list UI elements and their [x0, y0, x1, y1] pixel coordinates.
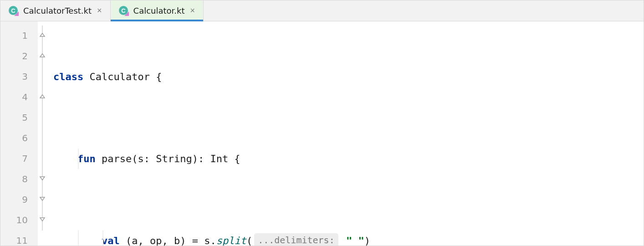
- line-number: 1: [0, 26, 28, 46]
- code-editor[interactable]: 1 2 3 4 5 6 7 8 9 10 11 class Calculator…: [0, 21, 644, 246]
- code-line: fun parse(s: String): Int {: [53, 149, 644, 169]
- close-icon[interactable]: ×: [189, 6, 196, 15]
- line-number: 6: [0, 128, 28, 149]
- fold-open-icon[interactable]: [39, 93, 46, 102]
- tab-calculatortest[interactable]: C CalculatorTest.kt ×: [0, 0, 111, 21]
- tab-label: CalculatorTest.kt: [23, 6, 92, 15]
- line-number: 10: [0, 210, 28, 231]
- line-number: 8: [0, 169, 28, 190]
- line-number: 9: [0, 190, 28, 210]
- kotlin-class-icon: C: [119, 6, 129, 16]
- code-line: class Calculator {: [53, 67, 644, 87]
- code-area[interactable]: class Calculator { fun parse(s: String):…: [53, 21, 644, 246]
- line-number: 2: [0, 46, 28, 67]
- fold-gutter: [38, 21, 53, 246]
- parameter-hint: ...delimiters:: [254, 233, 338, 246]
- tab-bar: C CalculatorTest.kt × C Calculator.kt ×: [0, 0, 644, 21]
- line-number-gutter: 1 2 3 4 5 6 7 8 9 10 11: [0, 21, 38, 246]
- line-number: 5: [0, 108, 28, 128]
- tab-label: Calculator.kt: [133, 6, 185, 15]
- line-number: 7: [0, 149, 28, 169]
- fold-open-icon[interactable]: [39, 31, 46, 41]
- tab-calculator[interactable]: C Calculator.kt ×: [111, 0, 204, 21]
- svg-text:C: C: [121, 7, 126, 14]
- fold-close-icon[interactable]: [39, 195, 46, 205]
- fold-close-icon[interactable]: [39, 175, 46, 184]
- line-number: 4: [0, 87, 28, 108]
- svg-text:C: C: [11, 7, 15, 14]
- kotlin-class-icon: C: [9, 6, 19, 16]
- fold-open-icon[interactable]: [39, 52, 46, 61]
- line-number: 3: [0, 67, 28, 87]
- line-number: 11: [0, 231, 28, 246]
- fold-close-icon[interactable]: [39, 216, 46, 225]
- code-line: val (a, op, b) = s.split(...delimiters: …: [53, 231, 644, 246]
- close-icon[interactable]: ×: [96, 6, 103, 15]
